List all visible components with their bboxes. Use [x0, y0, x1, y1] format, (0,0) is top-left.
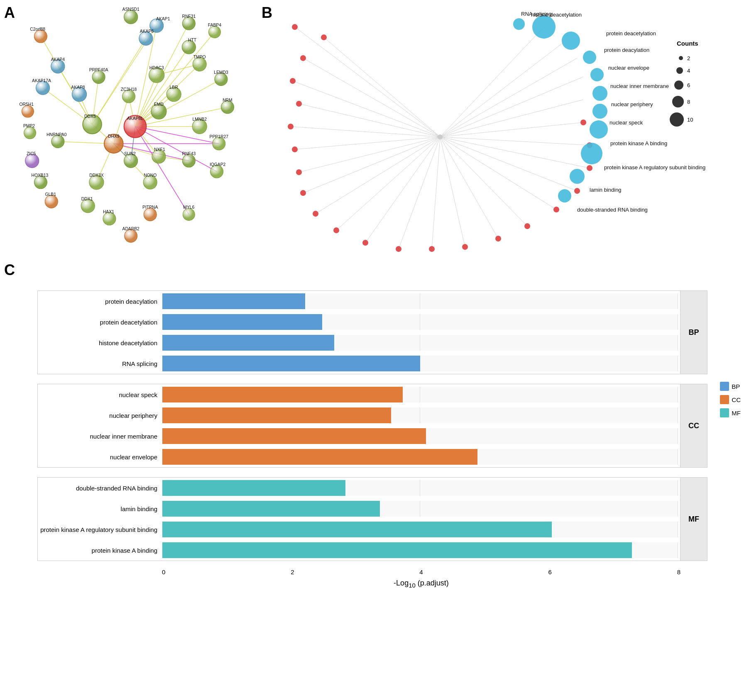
svg-point-150 — [292, 146, 298, 152]
x-axis-title: -Log10 (p.adjust) — [162, 579, 680, 589]
svg-line-125 — [303, 137, 440, 193]
svg-line-30 — [135, 127, 217, 172]
bar-row-nuclear-envelope: nuclear envelope — [38, 446, 707, 467]
svg-point-161 — [553, 207, 559, 212]
svg-text:SUN2: SUN2 — [124, 151, 136, 156]
svg-point-172 — [590, 120, 608, 139]
svg-text:NONO: NONO — [144, 173, 157, 178]
bottom-row: C protein deacylation protein deacetylat… — [0, 257, 749, 700]
bp-label: BP — [688, 328, 699, 337]
svg-line-126 — [316, 137, 440, 214]
cc-label: CC — [688, 422, 699, 430]
svg-line-129 — [399, 137, 440, 249]
legend-label-cc: CC — [732, 396, 741, 403]
top-row: A — [0, 0, 749, 257]
svg-text:AKAP6: AKAP6 — [140, 29, 154, 34]
svg-line-140 — [440, 41, 565, 137]
svg-text:PRPF40A: PRPF40A — [89, 68, 108, 72]
x-tick-6: 6 — [548, 568, 551, 576]
svg-text:C2orf88: C2orf88 — [30, 27, 45, 32]
go-label-protein-deacylation: protein deacylation — [604, 47, 649, 53]
svg-point-147 — [290, 78, 296, 84]
svg-point-148 — [296, 101, 302, 107]
svg-line-11 — [135, 79, 221, 127]
svg-text:DDX1: DDX1 — [81, 197, 93, 201]
svg-text:DDX5: DDX5 — [84, 114, 96, 119]
svg-text:8: 8 — [687, 99, 690, 105]
svg-point-145 — [321, 34, 327, 40]
svg-text:AKAP8L: AKAP8L — [127, 116, 143, 121]
svg-point-149 — [288, 124, 294, 129]
svg-point-154 — [333, 227, 339, 233]
legend-color-cc — [720, 395, 729, 404]
x-axis: 0 2 4 6 8 -Log10 (p.adjust) — [162, 568, 680, 589]
svg-point-73 — [144, 208, 157, 221]
svg-line-142 — [440, 77, 583, 137]
mf-group: double-stranded RNA binding lamin bindin… — [37, 477, 707, 561]
svg-text:10: 10 — [687, 117, 693, 123]
bar-label: nuclear inner membrane — [38, 433, 162, 440]
svg-line-136 — [440, 137, 590, 168]
svg-point-157 — [429, 246, 435, 252]
svg-text:PITPNA: PITPNA — [142, 205, 158, 210]
bar-row-protein-deacetylation: protein deacetylation — [38, 312, 707, 332]
svg-text:4: 4 — [687, 68, 690, 74]
svg-point-153 — [313, 211, 318, 217]
svg-point-163 — [587, 165, 592, 171]
svg-point-171 — [592, 104, 607, 119]
go-label-dsrna: double-stranded RNA binding — [577, 207, 648, 213]
go-label-pka-binding: protein kinase A binding — [610, 140, 667, 146]
bar-label: protein kinase A regulatory subunit bind… — [38, 526, 162, 533]
svg-line-123 — [295, 137, 440, 149]
svg-point-75 — [125, 229, 137, 242]
go-label-nuclear-periphery: nuclear periphery — [611, 101, 653, 107]
panel-a-label: A — [4, 4, 15, 22]
bar-row-protein-deacylation: protein deacylation — [38, 291, 707, 312]
svg-point-47 — [215, 73, 228, 86]
svg-text:FABP4: FABP4 — [208, 23, 221, 27]
svg-text:2: 2 — [687, 55, 690, 61]
svg-point-178 — [679, 56, 683, 60]
legend-color-bp — [720, 382, 729, 391]
go-label-lamin: lamin binding — [590, 187, 622, 193]
svg-point-184 — [672, 96, 684, 107]
legend-label-bp: BP — [732, 383, 740, 390]
svg-point-168 — [583, 51, 596, 64]
bar-row-nuclear-speck: nuclear speck — [38, 384, 707, 405]
panel-c-label: C — [4, 261, 15, 279]
svg-point-175 — [558, 189, 571, 202]
svg-line-117 — [295, 27, 440, 137]
svg-point-38 — [34, 30, 47, 43]
svg-point-162 — [574, 188, 580, 194]
svg-text:ASNSD1: ASNSD1 — [122, 7, 140, 12]
bp-group: protein deacylation protein deacetylatio… — [37, 290, 707, 374]
svg-text:DDX3X: DDX3X — [89, 173, 104, 178]
svg-point-66 — [34, 176, 47, 189]
svg-point-166 — [532, 15, 556, 39]
svg-point-41 — [208, 26, 220, 38]
svg-text:LBR: LBR — [170, 85, 178, 90]
svg-line-134 — [440, 137, 556, 210]
svg-point-69 — [211, 165, 223, 178]
bar-label: protein kinase A binding — [38, 547, 162, 554]
main-container: A — [0, 0, 749, 700]
svg-point-159 — [495, 236, 501, 241]
svg-point-186 — [670, 112, 684, 127]
svg-point-50 — [122, 90, 135, 103]
svg-text:RNF43: RNF43 — [182, 151, 196, 156]
bar-label: double-stranded RNA binding — [38, 485, 162, 492]
svg-text:RNF31: RNF31 — [182, 14, 196, 19]
bar-row-pka-binding: protein kinase A binding — [38, 540, 707, 561]
svg-point-146 — [300, 55, 306, 61]
cc-group: nuclear speck nuclear periphery nuclear … — [37, 384, 707, 468]
svg-point-70 — [45, 195, 58, 208]
svg-text:HNRNPA0: HNRNPA0 — [47, 132, 67, 137]
svg-point-173 — [581, 143, 602, 164]
panel-a: A — [0, 0, 257, 263]
bar-row-nuclear-inner-membrane: nuclear inner membrane — [38, 426, 707, 446]
svg-point-152 — [300, 190, 306, 196]
svg-point-61 — [213, 137, 225, 150]
bar-row-dsrna: double-stranded RNA binding — [38, 478, 707, 498]
group-label-cc: CC — [680, 384, 707, 467]
svg-text:NXF1: NXF1 — [154, 147, 165, 152]
